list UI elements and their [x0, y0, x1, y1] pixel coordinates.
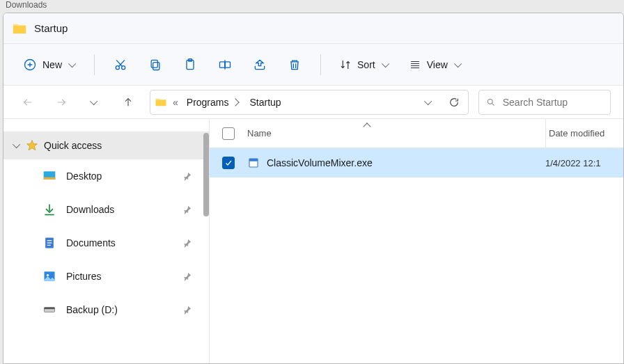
parent-tab-label: Downloads	[4, 0, 48, 10]
arrow-right-icon	[56, 97, 67, 108]
search-box[interactable]	[478, 90, 611, 115]
arrow-up-icon	[123, 97, 134, 108]
pin-icon	[182, 171, 192, 181]
sidebar-item-backup[interactable]: Backup (D:)	[3, 293, 209, 326]
breadcrumb-label: Programs	[187, 97, 229, 108]
download-icon	[42, 203, 56, 216]
chevron-down-icon	[424, 97, 432, 104]
search-icon	[486, 97, 496, 108]
refresh-icon	[448, 97, 460, 108]
address-bar[interactable]: « Programs Startup	[150, 90, 469, 115]
drive-icon	[42, 303, 56, 317]
pictures-icon	[42, 269, 56, 283]
sidebar-item-pictures[interactable]: Pictures	[3, 260, 209, 293]
view-button[interactable]: View	[400, 51, 470, 79]
plus-circle-icon	[23, 58, 37, 72]
explorer-window: Startup New Sort	[3, 13, 624, 364]
sidebar-scrollbar[interactable]	[203, 133, 209, 216]
arrow-left-icon	[22, 97, 33, 108]
column-headers: Name Date modified	[210, 119, 623, 148]
navigation-pane: Quick access Desktop Downloads Documents…	[3, 119, 210, 363]
file-row[interactable]: ClassicVolumeMixer.exe 1/4/2022 12:1	[210, 148, 623, 177]
up-button[interactable]	[116, 90, 140, 114]
recent-locations-button[interactable]	[83, 90, 107, 114]
file-date: 1/4/2022 12:1	[545, 158, 601, 168]
column-name-label: Name	[247, 128, 272, 139]
exe-icon	[247, 157, 260, 169]
breadcrumb-label: Startup	[249, 97, 281, 108]
svg-rect-8	[151, 60, 157, 68]
separator	[94, 54, 95, 75]
quick-access-label: Quick access	[44, 140, 102, 151]
column-date-modified[interactable]: Date modified	[545, 119, 623, 148]
quick-access-header[interactable]: Quick access	[3, 132, 209, 159]
sidebar-item-documents[interactable]: Documents	[3, 226, 209, 260]
navigation-row: « Programs Startup	[3, 86, 623, 119]
svg-rect-39	[249, 159, 258, 161]
new-button-label: New	[42, 59, 62, 70]
sort-icon	[339, 58, 352, 71]
chevron-down-icon	[454, 59, 462, 67]
toolbar: New Sort View	[3, 44, 623, 86]
sidebar-item-label: Desktop	[66, 171, 102, 182]
svg-rect-11	[220, 61, 226, 67]
file-list: Name Date modified ClassicVolumeMixer.ex…	[210, 119, 623, 363]
separator	[320, 54, 321, 75]
svg-rect-37	[45, 308, 55, 310]
chevron-down-icon	[382, 59, 389, 67]
svg-point-23	[488, 99, 492, 104]
main-area: Quick access Desktop Downloads Documents…	[3, 119, 623, 363]
svg-line-24	[492, 103, 494, 105]
select-all-checkbox[interactable]	[222, 127, 235, 140]
back-button[interactable]	[16, 90, 40, 114]
breadcrumb-programs[interactable]: Programs	[184, 97, 242, 108]
check-icon	[224, 159, 233, 167]
breadcrumb-startup[interactable]: Startup	[247, 97, 283, 108]
svg-rect-27	[44, 177, 56, 180]
column-date-label: Date modified	[549, 128, 604, 139]
address-history-button[interactable]	[419, 90, 439, 114]
breadcrumb-overflow[interactable]: «	[173, 97, 178, 108]
sidebar-item-label: Pictures	[66, 271, 102, 282]
sort-button-label: Sort	[357, 59, 375, 70]
sidebar-item-downloads[interactable]: Downloads	[3, 193, 209, 226]
paste-icon	[183, 58, 197, 72]
view-button-label: View	[427, 59, 448, 70]
folder-icon	[12, 21, 27, 36]
titlebar: Startup	[3, 13, 623, 44]
sort-button[interactable]: Sort	[331, 51, 398, 79]
chevron-down-icon	[90, 97, 98, 104]
sidebar-item-desktop[interactable]: Desktop	[3, 159, 209, 193]
paste-button[interactable]	[174, 51, 206, 79]
chevron-right-icon	[232, 98, 240, 106]
search-input[interactable]	[503, 97, 603, 108]
document-icon	[42, 236, 56, 250]
new-button[interactable]: New	[15, 51, 84, 79]
refresh-button[interactable]	[444, 90, 464, 114]
svg-rect-7	[153, 62, 159, 70]
rename-icon	[218, 58, 232, 72]
svg-marker-25	[27, 141, 38, 150]
column-name[interactable]: Name	[247, 128, 545, 139]
pin-icon	[182, 305, 192, 315]
window-title: Startup	[34, 22, 68, 34]
row-checkbox[interactable]	[222, 157, 235, 169]
copy-icon	[148, 58, 162, 72]
star-icon	[26, 139, 38, 152]
copy-button[interactable]	[139, 51, 171, 79]
chevron-down-icon	[13, 141, 20, 148]
delete-button[interactable]	[279, 51, 311, 79]
file-name: ClassicVolumeMixer.exe	[267, 157, 373, 168]
cut-button[interactable]	[104, 51, 136, 79]
rename-button[interactable]	[209, 51, 241, 79]
sidebar-item-label: Documents	[66, 237, 116, 248]
sidebar-item-label: Backup (D:)	[66, 304, 118, 315]
share-button[interactable]	[244, 51, 276, 79]
pin-icon	[182, 271, 192, 281]
view-icon	[409, 58, 421, 71]
desktop-icon	[42, 169, 56, 183]
sort-indicator-asc-icon	[363, 122, 370, 130]
forward-button[interactable]	[49, 90, 73, 114]
folder-icon	[155, 96, 167, 109]
svg-rect-12	[225, 61, 231, 67]
